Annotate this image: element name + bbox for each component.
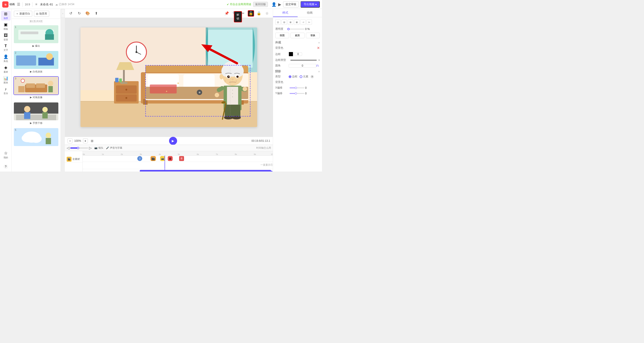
kf-icon-1[interactable]: 3 bbox=[137, 156, 142, 161]
music-icon: ♪ bbox=[5, 87, 7, 92]
border-color-swatch[interactable] bbox=[289, 52, 293, 56]
sidebar-bg-label: 背景 bbox=[4, 38, 8, 41]
scene-item-2[interactable]: 2 7.0s ▶ 白色涂抹 bbox=[14, 50, 59, 74]
user-icon[interactable]: 👤 bbox=[272, 2, 276, 7]
shadow-option-border[interactable]: 边框 bbox=[289, 75, 298, 78]
selection-drag-handle[interactable]: ⊕ bbox=[197, 90, 202, 95]
sidebar-item-help[interactable]: ? bbox=[1, 162, 11, 172]
transparency-slider[interactable] bbox=[290, 28, 304, 30]
transparency-slider-thumb[interactable] bbox=[287, 28, 290, 30]
shadow-x-thumb[interactable] bbox=[295, 87, 297, 89]
align-left-btn[interactable]: ⊡ bbox=[275, 20, 281, 25]
lock-btn[interactable]: 🔒 bbox=[256, 10, 262, 16]
tab-animation[interactable]: 动画 bbox=[298, 9, 322, 17]
scene-thumb-wrap-5: 5 bbox=[14, 128, 59, 146]
shadow-y-slider[interactable] bbox=[290, 93, 304, 94]
tab-style[interactable]: 样式 bbox=[273, 9, 298, 17]
sidebar-item-mine[interactable]: ☆ 我的 bbox=[1, 151, 11, 161]
shadow-option-element[interactable]: 元素 bbox=[300, 75, 308, 78]
pin-btn[interactable]: 📌 bbox=[224, 10, 230, 16]
sidebar-text-label: 文字 bbox=[4, 48, 8, 52]
align-center-h-btn[interactable]: ⊟ bbox=[282, 20, 287, 25]
main-clip[interactable]: ↺ ↺ 下移入 + bbox=[140, 170, 271, 172]
kf-icon-4[interactable]: 🖼 bbox=[168, 156, 173, 161]
export-btn[interactable]: 导出视频 ▾ bbox=[300, 1, 320, 8]
kf-icon-2[interactable]: 🎬 bbox=[150, 156, 156, 161]
play-circle-icon[interactable]: ▶ bbox=[278, 2, 281, 7]
sidebar-item-scene[interactable]: ⊞ 场景 bbox=[1, 11, 11, 20]
no-bg-icon[interactable]: ✕ bbox=[317, 46, 320, 50]
zoom-in-btn[interactable]: + bbox=[83, 138, 88, 143]
filename-label[interactable]: 未命名-81 bbox=[40, 2, 53, 6]
play-button[interactable]: ▶ bbox=[169, 137, 177, 145]
canvas-area: ↺ ↻ 🎨 ⬆ 📌 🔍 ✂ 🔓 解锁 🔒 ☆ bbox=[65, 9, 273, 172]
submit-btn[interactable]: 提交审核 bbox=[283, 1, 299, 8]
collapse-panel-btn[interactable]: ‹ bbox=[61, 9, 65, 18]
border-row: 边框 bbox=[275, 52, 320, 56]
corner-value-input[interactable] bbox=[289, 64, 316, 68]
grid-view-btn[interactable]: ⊞ bbox=[90, 138, 94, 143]
appearance-chevron[interactable]: ∧ bbox=[318, 41, 320, 44]
star-btn[interactable]: ☆ bbox=[264, 10, 270, 16]
sep2 bbox=[32, 2, 32, 7]
shadow-chevron[interactable]: ∧ bbox=[318, 70, 320, 73]
sidebar-item-role[interactable]: 👤 角色 bbox=[1, 54, 11, 64]
playhead[interactable] bbox=[164, 156, 165, 162]
timeline-tab-camera[interactable]: 📷 镜头 bbox=[94, 146, 103, 150]
scene-item-3[interactable]: 3 10.1s bbox=[14, 76, 59, 100]
border-type-chevron[interactable]: ▾ bbox=[318, 58, 320, 62]
kf-icon-5[interactable]: 最 bbox=[179, 156, 184, 161]
align-right-btn[interactable]: ⊞ bbox=[288, 20, 293, 25]
transparency-row: 透明度 0 % bbox=[275, 27, 320, 31]
align-top-btn[interactable]: ⊠ bbox=[294, 20, 300, 25]
redo-btn[interactable]: ↻ bbox=[76, 10, 82, 16]
shadow-help-icon[interactable]: ? bbox=[310, 75, 314, 78]
new-scene-btn[interactable]: ＋ 新建空白 bbox=[14, 11, 32, 17]
cutout-btn[interactable]: 抠图 bbox=[275, 33, 289, 38]
sidebar-item-music[interactable]: ♪ 音乐 bbox=[1, 86, 11, 96]
playhead-track bbox=[164, 162, 165, 169]
timeline-tab-audio[interactable]: 🎤 声音与字幕 bbox=[106, 146, 122, 150]
svg-point-55 bbox=[126, 97, 127, 99]
sidebar-item-chart[interactable]: 📊 图表 bbox=[1, 75, 11, 85]
shadow-y-thumb[interactable] bbox=[295, 92, 297, 94]
cloud-icon: ☁ bbox=[55, 3, 58, 6]
play-icon-3: ▶ bbox=[30, 96, 32, 99]
align-center-v-btn[interactable]: ⊣ bbox=[300, 20, 306, 25]
keyframe-row: 3 🎬 📸 🖼 最 bbox=[83, 156, 273, 162]
sidebar-item-material[interactable]: ◈ 素材 bbox=[1, 64, 11, 74]
palette-btn[interactable]: 🎨 bbox=[84, 10, 91, 16]
upload-btn[interactable]: ⬆ bbox=[93, 10, 99, 16]
border-value-input[interactable] bbox=[294, 52, 302, 56]
scene-num-1: 1 bbox=[15, 26, 16, 28]
align-bottom-btn[interactable]: ⊢ bbox=[306, 20, 312, 25]
scene-lib-btn[interactable]: ⊟ 场景库 bbox=[34, 11, 49, 17]
scene-item-1[interactable]: 1 10.0s ▶ 爆出 bbox=[14, 25, 59, 48]
shadow-type-label: 类型 bbox=[275, 75, 289, 78]
sidebar-item-template[interactable]: ▣ 模板 bbox=[1, 22, 11, 31]
keyframe-prev-btn[interactable]: ◁ bbox=[67, 146, 69, 150]
replace-btn[interactable]: 替换 bbox=[306, 33, 320, 38]
svg-rect-31 bbox=[46, 138, 51, 144]
zoom-out-btn[interactable]: − bbox=[68, 138, 72, 143]
svg-point-67 bbox=[232, 93, 233, 94]
scene-thumb-3: 3 10.1s bbox=[14, 77, 58, 94]
scene-item-5[interactable]: 5 bbox=[14, 128, 59, 146]
shadow-x-row: X偏移 0 bbox=[275, 86, 320, 90]
clip-add-btn[interactable]: + bbox=[269, 170, 273, 172]
scene-item-4[interactable]: 4 7.5s ▶ bbox=[14, 102, 59, 126]
svg-point-87 bbox=[236, 76, 238, 78]
corner-style-icon[interactable]: ⊓ bbox=[316, 64, 320, 68]
sidebar-item-bg[interactable]: 🖼 背景 bbox=[1, 32, 11, 42]
hamburger-menu[interactable]: ☰ bbox=[17, 2, 20, 6]
canvas-frame[interactable]: ✦ ✦ bbox=[80, 28, 257, 127]
unlock-btn[interactable]: 🔓 解锁 bbox=[248, 10, 254, 16]
sidebar-item-text[interactable]: T 文字 bbox=[1, 43, 11, 53]
old-version-btn[interactable]: 返回旧版 bbox=[253, 2, 268, 7]
undo-btn[interactable]: ↺ bbox=[68, 10, 74, 16]
keyframe-next-btn[interactable]: ▷ bbox=[89, 146, 92, 150]
timeline-help-link[interactable]: 时间轴怎么用 bbox=[256, 146, 271, 150]
shadow-x-slider[interactable] bbox=[290, 88, 304, 88]
scene-thumb-1: 1 10.0s bbox=[14, 25, 58, 43]
crop-action-btn[interactable]: 裁剪 bbox=[290, 33, 304, 38]
